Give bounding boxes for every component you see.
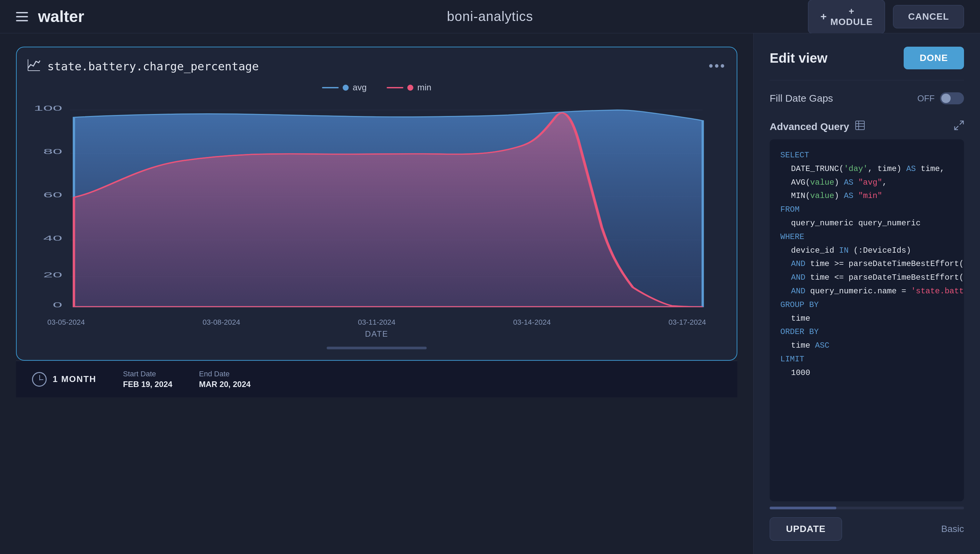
right-panel: Edit view DONE Fill Date Gaps OFF Advanc… [753,33,980,554]
fill-date-gaps-toggle[interactable] [940,92,964,104]
scroll-bar[interactable] [327,347,427,349]
end-date-value: MAR 20, 2024 [199,380,251,389]
svg-rect-14 [856,121,864,130]
chart-title-row: state.battery.charge_percentage [27,58,259,74]
svg-text:60: 60 [43,191,62,199]
topbar-center: boni-analytics [150,9,830,24]
fill-date-gaps-row: Fill Date Gaps OFF [770,92,964,104]
fill-date-gaps-label: Fill Date Gaps [770,93,833,104]
basic-label: Basic [941,524,964,534]
page-name: boni-analytics [447,9,533,24]
x-label-2: 03-11-2024 [358,318,396,327]
app-title: walter [38,7,84,25]
time-range: 1 MONTH [32,372,96,387]
x-label-4: 03-17-2024 [668,318,706,327]
chart-line-icon [27,58,41,74]
legend-avg: avg [322,82,367,93]
chart-area: 100 80 60 40 20 0 [27,101,726,314]
svg-text:80: 80 [43,147,62,156]
min-dot [407,85,413,91]
x-axis-labels: 03-05-2024 03-08-2024 03-11-2024 03-14-2… [27,314,726,327]
chart-header: state.battery.charge_percentage ••• [27,58,726,74]
topbar: walter boni-analytics + + MODULE CANCEL [0,0,980,33]
start-date-info: Start Date FEB 19, 2024 [123,370,172,389]
hamburger-icon[interactable] [16,12,28,21]
svg-text:40: 40 [43,234,62,242]
code-editor[interactable]: SELECTDATE_TRUNC('day', time) AS time,AV… [770,139,964,501]
edit-view-title: Edit view [770,51,827,66]
x-label-0: 03-05-2024 [47,318,85,327]
chart-menu-icon[interactable]: ••• [709,59,726,73]
svg-line-19 [955,126,958,130]
toggle-row: OFF [917,92,964,104]
chart-legend: avg min [27,82,726,93]
code-scrollbar-thumb [770,507,836,509]
left-panel: state.battery.charge_percentage ••• avg … [0,33,753,554]
topbar-right: + + MODULE CANCEL [830,0,964,33]
bottom-bar: 1 MONTH Start Date FEB 19, 2024 End Date… [16,361,737,397]
divider-top [770,80,964,80]
legend-min-label: min [417,82,431,93]
plus-icon: + [820,10,827,23]
advanced-query-title: Advanced Query [770,121,849,132]
svg-text:0: 0 [52,301,62,309]
x-axis-title: DATE [27,330,726,339]
cancel-button[interactable]: CANCEL [893,5,964,28]
code-scrollbar[interactable] [770,507,964,509]
add-module-button[interactable]: + + MODULE [808,0,885,33]
end-date-info: End Date MAR 20, 2024 [199,370,251,389]
chart-title: state.battery.charge_percentage [47,60,259,73]
chart-card: state.battery.charge_percentage ••• avg … [16,47,737,361]
chart-svg: 100 80 60 40 20 0 [27,101,726,314]
expand-icon[interactable] [954,120,964,133]
clock-icon [32,372,47,387]
start-date-value: FEB 19, 2024 [123,380,172,389]
update-button[interactable]: UPDATE [770,517,842,541]
done-button[interactable]: DONE [904,47,964,69]
time-range-label: 1 MONTH [52,374,96,384]
min-line [387,87,403,88]
legend-avg-label: avg [353,82,367,93]
topbar-left: walter [16,7,150,25]
main-content: state.battery.charge_percentage ••• avg … [0,33,980,554]
svg-line-18 [960,121,963,125]
x-label-3: 03-14-2024 [513,318,551,327]
table-icon[interactable] [855,120,865,133]
advanced-query-header: Advanced Query [770,120,964,133]
advanced-query-left: Advanced Query [770,120,865,133]
svg-text:100: 100 [33,104,62,112]
start-date-label: Start Date [123,370,172,378]
x-label-1: 03-08-2024 [203,318,240,327]
end-date-label: End Date [199,370,251,378]
svg-text:20: 20 [43,271,62,279]
update-row: UPDATE Basic [770,517,964,541]
toggle-off-label: OFF [917,93,935,103]
legend-min: min [387,82,431,93]
edit-view-header: Edit view DONE [770,47,964,69]
avg-dot [343,85,348,91]
avg-line [322,87,339,88]
scroll-hint [27,347,726,349]
